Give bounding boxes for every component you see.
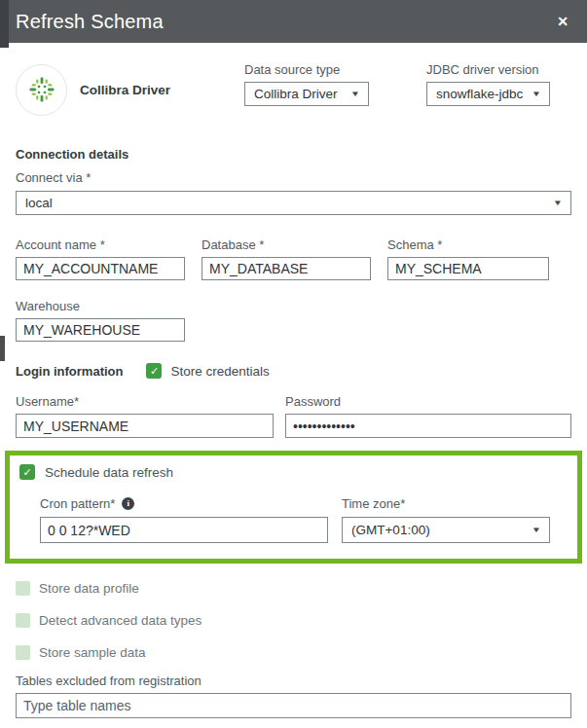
password-field[interactable]: [285, 414, 571, 438]
store-credentials-checkbox[interactable]: ✓: [146, 363, 162, 379]
store-sample-data-label: Store sample data: [39, 645, 146, 660]
collibra-logo-icon: [16, 64, 67, 116]
dialog-header: Refresh Schema ✕: [0, 0, 587, 43]
data-source-type-group: Data source type Collibra Driver ▼: [244, 62, 369, 106]
warehouse-label: Warehouse: [16, 299, 185, 313]
data-source-type-select[interactable]: Collibra Driver ▼: [244, 82, 369, 106]
store-credentials-label: Store credentials: [170, 364, 269, 379]
close-icon[interactable]: ✕: [557, 15, 569, 28]
detect-advanced-data-types-row: Detect advanced data types: [16, 613, 571, 628]
jdbc-version-label: JDBC driver version: [426, 62, 550, 77]
background-artifact-mid: [0, 336, 5, 361]
credentials-row: Username* Password: [16, 394, 571, 438]
data-source-type-value: Collibra Driver: [254, 87, 338, 101]
detect-advanced-data-types-checkbox[interactable]: [16, 613, 30, 628]
schedule-data-refresh-checkbox[interactable]: ✓: [19, 464, 35, 480]
store-sample-data-row: Store sample data: [16, 645, 571, 660]
schema-field[interactable]: [387, 257, 549, 280]
data-source-type-label: Data source type: [244, 62, 369, 77]
jdbc-version-value: snowflake-jdbc: [436, 87, 523, 101]
cron-pattern-label: Cron pattern*: [40, 496, 115, 511]
timezone-label: Time zone*: [342, 496, 550, 511]
store-sample-data-checkbox[interactable]: [16, 645, 30, 660]
password-group: Password: [285, 394, 571, 438]
cron-pattern-group: Cron pattern* i: [40, 496, 328, 543]
username-group: Username*: [16, 394, 274, 438]
schedule-checkbox-row: ✓ Schedule data refresh: [19, 464, 550, 480]
chevron-down-icon: ▼: [532, 526, 541, 534]
driver-name: Collibra Driver: [80, 83, 228, 97]
info-icon[interactable]: i: [122, 497, 134, 510]
jdbc-version-group: JDBC driver version snowflake-jdbc ▼: [426, 62, 550, 106]
chevron-down-icon: ▼: [553, 199, 563, 207]
connection-details-heading: Connection details: [16, 147, 571, 162]
timezone-value: (GMT+01:00): [351, 523, 430, 537]
background-artifact-top: [0, 0, 9, 48]
check-icon: ✓: [22, 466, 31, 478]
schema-label: Schema *: [387, 237, 549, 252]
username-label: Username*: [16, 394, 274, 409]
store-data-profile-row: Store data profile: [16, 581, 571, 596]
check-icon: ✓: [150, 365, 159, 377]
warehouse-group: Warehouse: [16, 299, 185, 342]
database-label: Database *: [202, 237, 371, 252]
jdbc-version-select[interactable]: snowflake-jdbc ▼: [426, 82, 550, 106]
connect-via-value: local: [25, 196, 53, 210]
tables-excluded-label: Tables excluded from registration: [16, 673, 571, 688]
connect-via-label: Connect via *: [16, 170, 571, 185]
dialog-title: Refresh Schema: [16, 11, 164, 33]
login-information-row: Login information ✓ Store credentials: [16, 363, 571, 379]
chevron-down-icon: ▼: [532, 90, 541, 98]
schedule-fields-row: Cron pattern* i Time zone* (GMT+01:00) ▼: [19, 496, 550, 543]
timezone-group: Time zone* (GMT+01:00) ▼: [342, 496, 550, 543]
dialog-body: Collibra Driver Data source type Collibr…: [0, 62, 587, 728]
database-group: Database *: [202, 237, 371, 280]
chevron-down-icon: ▼: [350, 90, 360, 98]
account-name-group: Account name *: [16, 237, 185, 280]
tables-excluded-field[interactable]: [16, 693, 571, 718]
warehouse-field[interactable]: [16, 318, 185, 342]
connect-via-select[interactable]: local ▼: [16, 191, 571, 215]
login-information-heading: Login information: [16, 364, 123, 379]
driver-row: Collibra Driver Data source type Collibr…: [16, 62, 571, 117]
schedule-data-refresh-label: Schedule data refresh: [45, 465, 173, 480]
schedule-data-refresh-highlight: ✓ Schedule data refresh Cron pattern* i …: [5, 451, 582, 564]
cron-pattern-field[interactable]: [40, 517, 328, 543]
store-data-profile-checkbox[interactable]: [16, 581, 30, 596]
username-field[interactable]: [16, 414, 274, 438]
timezone-select[interactable]: (GMT+01:00) ▼: [342, 517, 550, 543]
account-name-field[interactable]: [16, 257, 185, 280]
schema-group: Schema *: [387, 237, 549, 280]
collibra-flower-icon: [27, 75, 56, 104]
database-field[interactable]: [202, 257, 371, 280]
account-name-label: Account name *: [16, 237, 185, 252]
connection-fields-row: Account name * Database * Schema *: [16, 237, 571, 280]
store-data-profile-label: Store data profile: [39, 581, 139, 596]
detect-advanced-data-types-label: Detect advanced data types: [39, 613, 202, 628]
password-label: Password: [285, 394, 571, 409]
